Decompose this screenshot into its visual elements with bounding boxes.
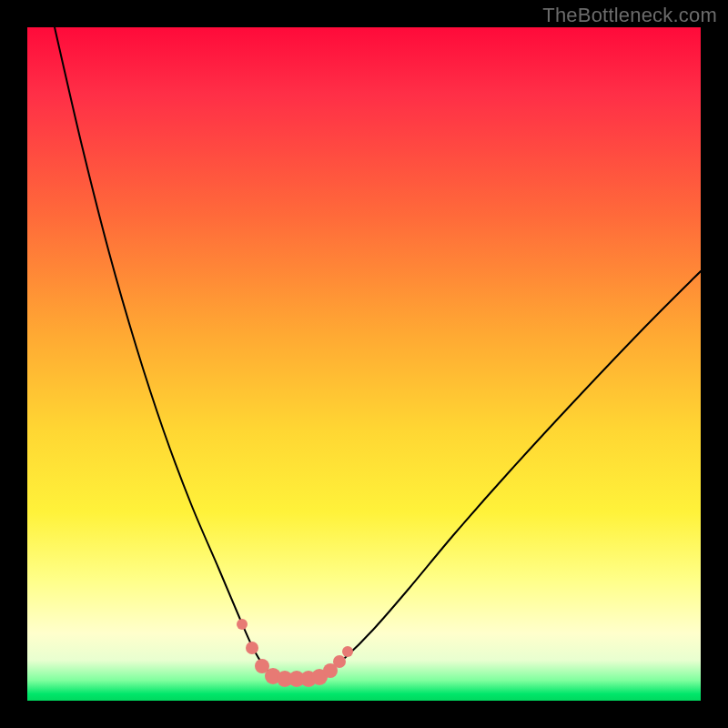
curve-layer: [27, 27, 701, 701]
plot-area: [27, 27, 701, 701]
chart-frame: TheBottleneck.com: [0, 0, 728, 728]
valley-markers: [237, 619, 353, 687]
valley-dot: [333, 655, 346, 668]
valley-dot: [237, 619, 248, 630]
valley-dot: [246, 642, 258, 654]
watermark-text: TheBottleneck.com: [542, 4, 717, 27]
bottleneck-curve: [55, 27, 701, 679]
valley-dot: [342, 646, 353, 657]
